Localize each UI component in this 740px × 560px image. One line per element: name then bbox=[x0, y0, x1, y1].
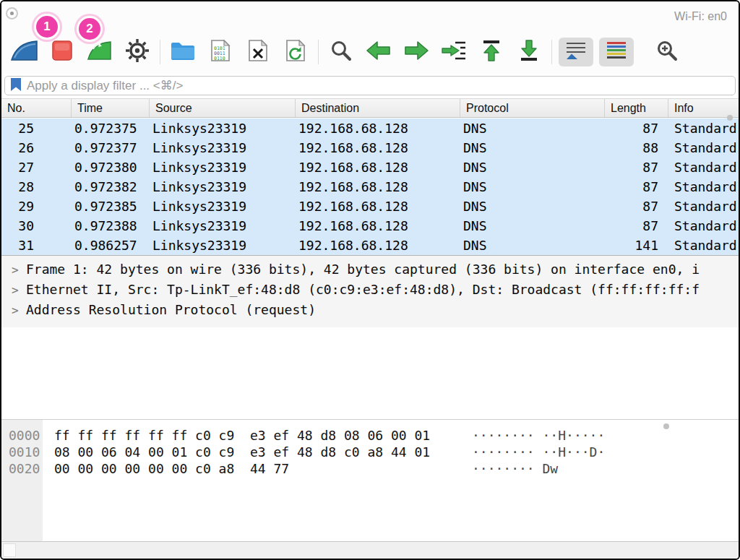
toolbar-buttons: 010100110110 bbox=[6, 33, 686, 71]
cell-length: 87 bbox=[605, 119, 668, 138]
cell-destination: 192.168.68.128 bbox=[296, 138, 460, 158]
cell-source: Linksys23319 bbox=[150, 119, 296, 138]
cell-source: Linksys23319 bbox=[150, 197, 296, 216]
cell-protocol: DNS bbox=[460, 119, 605, 138]
cell-length: 88 bbox=[605, 138, 668, 158]
cell-source: Linksys23319 bbox=[150, 216, 296, 236]
corner-marker bbox=[6, 7, 18, 20]
cell-protocol: DNS bbox=[460, 216, 605, 236]
cell-protocol: DNS bbox=[460, 138, 605, 158]
cell-destination: 192.168.68.128 bbox=[296, 236, 460, 255]
cell-source: Linksys23319 bbox=[150, 138, 296, 158]
cell-protocol: DNS bbox=[460, 158, 605, 177]
packet-row[interactable]: 27 0.972380 Linksys23319 192.168.68.128 … bbox=[1, 158, 739, 177]
packet-row[interactable]: 30 0.972388 Linksys23319 192.168.68.128 … bbox=[1, 216, 739, 236]
close-file-button[interactable] bbox=[239, 35, 277, 69]
hex-bytes: 00 00 00 00 00 00 c0 a8 44 77 bbox=[54, 460, 472, 477]
go-first-packet-button[interactable] bbox=[473, 35, 510, 69]
detail-lines: >Frame 1: 42 bytes on wire (336 bits), 4… bbox=[1, 256, 739, 327]
auto-scroll-icon bbox=[565, 40, 587, 64]
cell-no: 27 bbox=[1, 158, 72, 177]
cell-time: 0.972385 bbox=[72, 197, 150, 216]
wireshark-window: Wi-Fi: en0 010100110110 bbox=[0, 0, 740, 560]
folder-icon bbox=[170, 40, 196, 64]
open-file-button[interactable] bbox=[164, 35, 202, 69]
hex-row[interactable]: 0000 ff ff ff ff ff ff c0 c9 e3 ef 48 d8… bbox=[1, 427, 739, 444]
start-capture-button[interactable] bbox=[6, 35, 43, 69]
cell-no: 28 bbox=[1, 177, 72, 197]
expand-chevron-icon[interactable]: > bbox=[12, 260, 26, 280]
restart-capture-button[interactable] bbox=[81, 35, 119, 69]
hex-dump-pane: 0000 ff ff ff ff ff ff c0 c9 e3 ef 48 d8… bbox=[1, 419, 739, 542]
zoom-in-icon bbox=[655, 39, 679, 65]
hex-bytes: 08 00 06 04 00 01 c0 c9 e3 ef 48 d8 c0 a… bbox=[54, 444, 472, 460]
arrow-left-icon bbox=[366, 40, 392, 64]
expand-chevron-icon[interactable]: > bbox=[12, 280, 26, 300]
cell-info: Standard bbox=[668, 158, 739, 177]
cell-info: Standard bbox=[668, 119, 739, 138]
hex-row[interactable]: 0010 08 00 06 04 00 01 c0 c9 e3 ef 48 d8… bbox=[1, 444, 739, 460]
hex-ascii: ········ Dw bbox=[472, 460, 558, 477]
packet-row[interactable]: 28 0.972382 Linksys23319 192.168.68.128 … bbox=[1, 177, 739, 197]
display-filter-input[interactable]: Apply a display filter ... <⌘/> bbox=[4, 76, 736, 95]
column-header-info[interactable]: Info bbox=[668, 99, 739, 117]
column-header-time[interactable]: Time bbox=[72, 99, 150, 117]
cell-no: 30 bbox=[1, 216, 72, 236]
cell-source: Linksys23319 bbox=[150, 236, 296, 255]
save-file-button[interactable]: 010100110110 bbox=[202, 35, 239, 69]
cell-protocol: DNS bbox=[460, 197, 605, 216]
cell-length: 87 bbox=[605, 216, 668, 236]
cell-destination: 192.168.68.128 bbox=[296, 158, 460, 177]
cell-source: Linksys23319 bbox=[150, 177, 296, 197]
auto-scroll-button[interactable] bbox=[559, 38, 593, 66]
annotation-badge-2: 2 bbox=[79, 18, 100, 40]
annotation-badge-1: 1 bbox=[36, 16, 58, 38]
column-header-destination[interactable]: Destination bbox=[296, 99, 460, 117]
capture-options-button[interactable] bbox=[119, 35, 156, 69]
detail-text: Ethernet II, Src: Tp-LinkT_ef:48:d8 (c0:… bbox=[26, 282, 700, 297]
column-header-no[interactable]: No. bbox=[1, 99, 72, 117]
stop-capture-button[interactable] bbox=[43, 35, 81, 69]
expand-chevron-icon[interactable]: > bbox=[12, 301, 26, 320]
detail-text: Frame 1: 42 bytes on wire (336 bits), 42… bbox=[26, 262, 700, 277]
packet-row[interactable]: 25 0.972375 Linksys23319 192.168.68.128 … bbox=[1, 119, 739, 138]
cell-info: Standard bbox=[668, 138, 739, 158]
filter-placeholder: Apply a display filter ... <⌘/> bbox=[27, 78, 183, 93]
hex-offset: 0010 bbox=[1, 444, 43, 460]
hex-rows: 0000 ff ff ff ff ff ff c0 c9 e3 ef 48 d8… bbox=[1, 420, 739, 477]
zoom-in-button[interactable] bbox=[648, 35, 686, 69]
column-header-source[interactable]: Source bbox=[150, 99, 296, 117]
reload-file-button[interactable] bbox=[277, 35, 314, 69]
arrow-down-to-bar-icon bbox=[518, 39, 540, 65]
expert-info-area bbox=[3, 543, 16, 557]
detail-row[interactable]: >Address Resolution Protocol (request) bbox=[1, 300, 739, 320]
close-document-icon bbox=[248, 39, 268, 65]
hex-row[interactable]: 0020 00 00 00 00 00 00 c0 a8 44 77 ·····… bbox=[1, 460, 739, 477]
packet-row[interactable]: 29 0.972385 Linksys23319 192.168.68.128 … bbox=[1, 197, 739, 216]
toolbar-separator bbox=[160, 40, 160, 64]
hex-ascii: ········ ··H····· bbox=[472, 427, 605, 444]
go-last-packet-button[interactable] bbox=[510, 35, 548, 69]
go-back-button[interactable] bbox=[360, 35, 397, 69]
colored-lines-icon bbox=[606, 40, 627, 64]
scrollbar-thumb[interactable] bbox=[727, 115, 733, 121]
bookmark-icon[interactable] bbox=[11, 78, 21, 94]
scrollbar-thumb[interactable] bbox=[663, 423, 669, 429]
packet-row[interactable]: 31 0.986257 Linksys23319 192.168.68.128 … bbox=[1, 236, 739, 255]
find-packet-button[interactable] bbox=[322, 35, 360, 69]
go-forward-button[interactable] bbox=[397, 35, 435, 69]
cell-destination: 192.168.68.128 bbox=[296, 177, 460, 197]
column-header-protocol[interactable]: Protocol bbox=[460, 99, 605, 117]
status-bar bbox=[1, 541, 739, 559]
cell-source: Linksys23319 bbox=[150, 158, 296, 177]
hex-offset: 0020 bbox=[1, 460, 43, 477]
detail-row[interactable]: >Frame 1: 42 bytes on wire (336 bits), 4… bbox=[1, 259, 739, 280]
cell-time: 0.972382 bbox=[72, 177, 150, 197]
colorize-packets-button[interactable] bbox=[599, 38, 634, 66]
go-to-packet-button[interactable] bbox=[435, 35, 473, 69]
hex-bytes: ff ff ff ff ff ff c0 c9 e3 ef 48 d8 08 0… bbox=[54, 427, 472, 444]
packet-row[interactable]: 26 0.972377 Linksys23319 192.168.68.128 … bbox=[1, 138, 739, 158]
detail-row[interactable]: >Ethernet II, Src: Tp-LinkT_ef:48:d8 (c0… bbox=[1, 280, 739, 300]
column-header-length[interactable]: Length bbox=[605, 99, 668, 117]
cell-info: Standard bbox=[668, 236, 739, 255]
